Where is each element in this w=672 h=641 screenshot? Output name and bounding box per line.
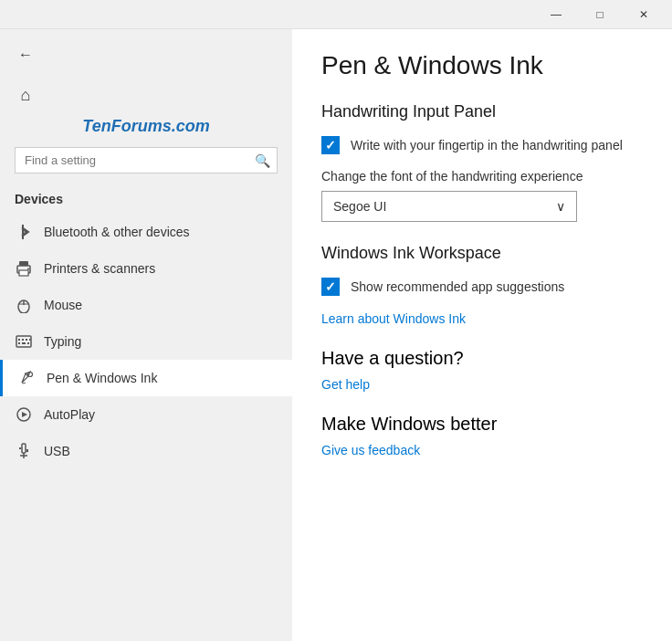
usb-icon [15,442,33,460]
get-help-link[interactable]: Get help [321,377,370,392]
handwriting-checkbox-label: Write with your fingertip in the handwri… [351,138,623,152]
ink-checkmark-icon: ✓ [325,279,336,294]
pen-icon [17,369,36,387]
handwriting-checkbox-row: ✓ Write with your fingertip in the handw… [321,136,643,154]
svg-rect-0 [22,225,24,239]
sidebar-label-pen: Pen & Windows Ink [47,371,157,385]
svg-marker-18 [22,412,27,417]
font-dropdown[interactable]: Segoe UI ∨ [321,191,577,222]
sidebar-item-typing[interactable]: Typing [0,323,292,360]
sidebar-item-printers[interactable]: Printers & scanners [0,250,292,287]
sidebar-item-bluetooth[interactable]: Bluetooth & other devices [0,214,292,250]
font-label: Change the font of the handwriting exper… [321,169,643,184]
ink-workspace-checkbox-label: Show recommended app suggestions [351,279,564,294]
printer-icon [15,259,33,278]
home-icon: ⌂ [21,86,31,105]
sidebar-item-autoplay[interactable]: AutoPlay 2. Check or Uncheck [0,396,292,433]
sidebar-item-usb[interactable]: USB [0,433,292,469]
devices-section-title: Devices [0,181,292,214]
chevron-down-icon: ∨ [556,199,565,214]
svg-rect-8 [16,336,31,347]
sidebar-label-bluetooth: Bluetooth & other devices [44,225,190,239]
svg-rect-9 [18,339,20,341]
svg-rect-23 [26,449,28,452]
svg-rect-10 [22,339,24,341]
handwriting-heading: Handwriting Input Panel [321,102,643,121]
svg-rect-14 [22,342,26,344]
search-icon: 🔍 [255,153,270,168]
svg-rect-12 [29,339,31,341]
svg-rect-19 [22,444,26,453]
ink-workspace-checkbox[interactable]: ✓ [321,278,340,296]
close-button[interactable]: ✕ [623,0,665,29]
mouse-icon [15,296,33,314]
content-area: Pen & Windows Ink Handwriting Input Pane… [292,29,672,641]
font-selected-value: Segoe UI [333,199,386,214]
windows-better-heading: Make Windows better [321,414,643,435]
sidebar-label-autoplay: AutoPlay [44,407,95,422]
sidebar-item-pen[interactable]: Pen & Windows Ink 1. Click on [0,360,292,396]
window-controls: — □ ✕ [535,0,665,29]
autoplay-icon [15,405,33,424]
watermark: TenForums.com [0,117,292,136]
back-icon: ← [18,47,33,63]
title-bar: — □ ✕ [0,0,672,29]
checkmark-icon: ✓ [325,138,336,152]
ink-workspace-heading: Windows Ink Workspace [321,244,643,263]
learn-about-ink-link[interactable]: Learn about Windows Ink [321,311,466,326]
bluetooth-icon [15,223,33,241]
svg-rect-2 [19,261,28,266]
typing-icon [15,332,33,351]
watermark-text: TenForums.com [82,117,209,135]
give-feedback-link[interactable]: Give us feedback [321,443,420,457]
sidebar-label-typing: Typing [44,334,81,349]
sidebar-label-mouse: Mouse [44,298,82,312]
minimize-button[interactable]: — [535,0,577,29]
page-title: Pen & Windows Ink [321,51,643,80]
handwriting-checkbox[interactable]: ✓ [321,136,340,154]
sidebar: ← ⌂ TenForums.com 🔍 Devices Bluetooth & … [0,29,292,641]
ink-workspace-checkbox-row: ✓ Show recommended app suggestions [321,278,643,296]
svg-rect-13 [18,342,20,344]
sidebar-item-mouse[interactable]: Mouse [0,287,292,323]
svg-rect-22 [19,447,21,449]
svg-point-4 [27,268,29,270]
maximize-button[interactable]: □ [579,0,621,29]
sidebar-label-printers: Printers & scanners [44,261,155,276]
svg-rect-15 [27,342,29,344]
back-button[interactable]: ← [7,37,44,73]
search-box: 🔍 [15,147,278,173]
svg-rect-11 [26,339,27,341]
sidebar-label-usb: USB [44,444,70,458]
home-button[interactable]: ⌂ [7,77,44,113]
svg-rect-3 [19,270,28,276]
main-window: ← ⌂ TenForums.com 🔍 Devices Bluetooth & … [0,29,672,641]
question-heading: Have a question? [321,348,643,369]
search-input[interactable] [15,147,278,173]
